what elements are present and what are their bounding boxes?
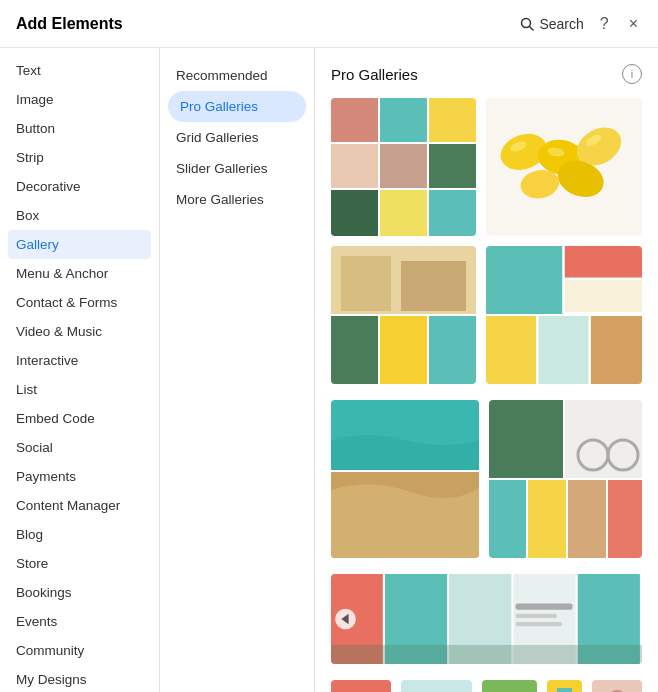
gallery-row-1 [331, 98, 642, 236]
sidebar-item-contact-forms[interactable]: Contact & Forms [0, 288, 159, 317]
gallery-card-6[interactable] [489, 400, 642, 558]
gallery-row-3 [331, 400, 642, 558]
svg-rect-9 [380, 190, 427, 236]
gallery-card-1[interactable] [331, 98, 476, 236]
svg-rect-4 [429, 98, 476, 142]
sidebar-item-community[interactable]: Community [0, 636, 159, 665]
sidebar-item-strip[interactable]: Strip [0, 143, 159, 172]
svg-rect-25 [341, 256, 391, 311]
svg-rect-53 [608, 480, 642, 558]
svg-rect-28 [380, 316, 427, 384]
gallery-preview-5 [331, 400, 479, 558]
gallery-preview-7 [331, 574, 642, 664]
sidebar-item-embed-code[interactable]: Embed Code [0, 404, 159, 433]
info-icon[interactable]: i [622, 64, 642, 84]
mid-nav-pro-galleries[interactable]: Pro Galleries [168, 91, 306, 122]
gallery-preview-1 [331, 98, 476, 236]
svg-rect-67 [331, 645, 642, 664]
gallery-row-4 [331, 680, 642, 692]
svg-rect-33 [486, 246, 562, 314]
svg-rect-27 [331, 316, 378, 384]
gallery-card-4[interactable] [486, 246, 642, 384]
header-actions: Search ? × [520, 14, 642, 34]
gallery-preview-3 [331, 246, 476, 384]
svg-rect-46 [489, 400, 563, 478]
sidebar-item-social[interactable]: Social [0, 433, 159, 462]
gallery-card-3[interactable] [331, 246, 476, 384]
gallery-preview-8 [331, 680, 391, 692]
sidebar-item-decorative[interactable]: Decorative [0, 172, 159, 201]
sidebar-item-text[interactable]: Text [0, 56, 159, 85]
svg-rect-73 [557, 688, 572, 692]
sidebar-item-store[interactable]: Store [0, 549, 159, 578]
page-title: Add Elements [16, 15, 123, 33]
search-icon [520, 17, 534, 31]
sidebar-item-blog[interactable]: Blog [0, 520, 159, 549]
content-header: Pro Galleries i [331, 64, 642, 84]
sidebar-item-interactive[interactable]: Interactive [0, 346, 159, 375]
gallery-card-5[interactable] [331, 400, 479, 558]
search-button[interactable]: Search [520, 16, 583, 32]
content-title: Pro Galleries [331, 66, 418, 83]
mid-nav-more-galleries[interactable]: More Galleries [160, 184, 314, 215]
header: Add Elements Search ? × [0, 0, 658, 48]
sidebar-item-box[interactable]: Box [0, 201, 159, 230]
sidebar-item-payments[interactable]: Payments [0, 462, 159, 491]
gallery-preview-9 [401, 680, 472, 692]
svg-rect-71 [482, 680, 537, 692]
sidebar-item-list[interactable]: List [0, 375, 159, 404]
svg-rect-50 [489, 480, 526, 558]
svg-rect-37 [538, 316, 588, 384]
sidebar-item-button[interactable]: Button [0, 114, 159, 143]
gallery-preview-2 [486, 98, 642, 236]
svg-rect-29 [429, 316, 476, 384]
gallery-section-3 [331, 574, 642, 664]
mid-nav-grid-galleries[interactable]: Grid Galleries [160, 122, 314, 153]
svg-rect-35 [565, 280, 642, 312]
svg-rect-34 [565, 246, 642, 278]
mid-nav-slider-galleries[interactable]: Slider Galleries [160, 153, 314, 184]
gallery-row-2 [331, 246, 642, 384]
sidebar-item-gallery[interactable]: Gallery [8, 230, 151, 259]
content-area: Pro Galleries i [315, 48, 658, 692]
svg-rect-10 [429, 190, 476, 236]
gallery-preview-4 [486, 246, 642, 384]
gallery-preview-11 [547, 680, 582, 692]
svg-rect-70 [401, 680, 472, 692]
sidebar-item-events[interactable]: Events [0, 607, 159, 636]
svg-rect-5 [331, 144, 378, 188]
close-button[interactable]: × [625, 14, 642, 34]
sidebar-item-image[interactable]: Image [0, 85, 159, 114]
gallery-card-12[interactable] [592, 680, 642, 692]
gallery-preview-10 [482, 680, 537, 692]
svg-rect-2 [331, 98, 378, 142]
sidebar-item-content-manager[interactable]: Content Manager [0, 491, 159, 520]
mid-nav: Recommended Pro Galleries Grid Galleries… [160, 48, 315, 692]
svg-rect-63 [516, 603, 573, 609]
gallery-section-1 [331, 98, 642, 384]
svg-line-1 [530, 26, 534, 30]
mid-nav-recommended[interactable]: Recommended [160, 60, 314, 91]
gallery-card-8[interactable] [331, 680, 391, 692]
gallery-card-11[interactable] [547, 680, 582, 692]
svg-rect-51 [528, 480, 566, 558]
sidebar-item-video-music[interactable]: Video & Music [0, 317, 159, 346]
gallery-section-4 [331, 680, 642, 692]
svg-rect-38 [591, 316, 642, 384]
help-button[interactable]: ? [596, 14, 613, 34]
gallery-section-2 [331, 400, 642, 558]
svg-rect-26 [401, 261, 466, 311]
gallery-preview-12 [592, 680, 642, 692]
svg-rect-52 [568, 480, 606, 558]
gallery-card-2[interactable] [486, 98, 642, 236]
sidebar-item-menu-anchor[interactable]: Menu & Anchor [0, 259, 159, 288]
gallery-card-10[interactable] [482, 680, 537, 692]
svg-rect-6 [380, 144, 427, 188]
sidebar: Text Image Button Strip Decorative Box G… [0, 48, 160, 692]
sidebar-item-my-designs[interactable]: My Designs [0, 665, 159, 692]
gallery-card-9[interactable] [401, 680, 472, 692]
gallery-preview-6 [489, 400, 642, 558]
svg-rect-8 [331, 190, 378, 236]
sidebar-item-bookings[interactable]: Bookings [0, 578, 159, 607]
gallery-card-7[interactable] [331, 574, 642, 664]
